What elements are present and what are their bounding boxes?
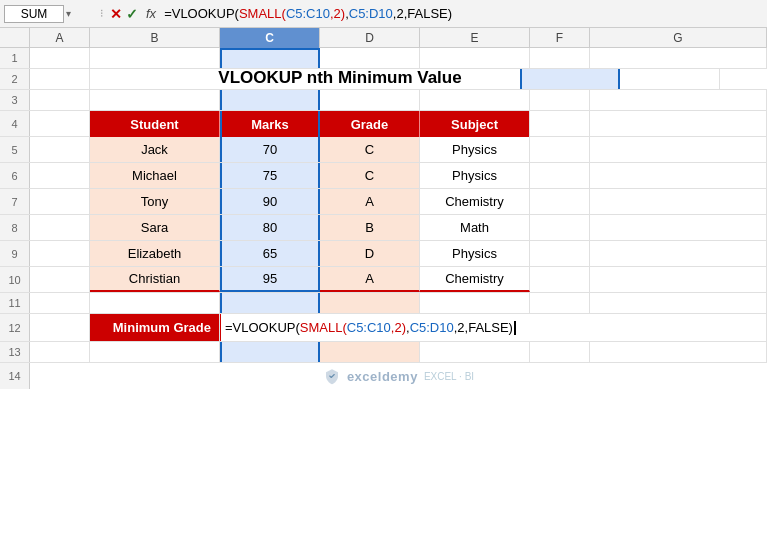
cell-d8[interactable]: B: [320, 215, 420, 240]
cell-f6[interactable]: [530, 163, 590, 188]
cell-g10[interactable]: [590, 267, 767, 292]
cell-b3[interactable]: [90, 90, 220, 110]
cell-d11[interactable]: [320, 293, 420, 313]
confirm-icon[interactable]: ✓: [126, 6, 138, 22]
formula-input[interactable]: =VLOOKUP(SMALL(C5:C10,2),C5:D10,2,FALSE): [164, 6, 763, 21]
name-box-value[interactable]: SUM: [4, 5, 64, 23]
row-num-10: 10: [0, 267, 30, 292]
cell-c10[interactable]: 95: [220, 267, 320, 292]
cell-e1[interactable]: [420, 48, 530, 68]
cell-b11[interactable]: [90, 293, 220, 313]
cell-c8[interactable]: 80: [220, 215, 320, 240]
cell-f3[interactable]: [530, 90, 590, 110]
cell-c6[interactable]: 75: [220, 163, 320, 188]
cell-f7[interactable]: [530, 189, 590, 214]
cell-c11[interactable]: [220, 293, 320, 313]
cell-f5[interactable]: [530, 137, 590, 162]
cell-e8[interactable]: Math: [420, 215, 530, 240]
cell-b5[interactable]: Jack: [90, 137, 220, 162]
cell-e2[interactable]: [720, 69, 767, 89]
cell-a9[interactable]: [30, 241, 90, 266]
cell-g5[interactable]: [590, 137, 767, 162]
cell-a3[interactable]: [30, 90, 90, 110]
cell-g8[interactable]: [590, 215, 767, 240]
cell-e11[interactable]: [420, 293, 530, 313]
cell-d13[interactable]: [320, 342, 420, 362]
fx-label: fx: [146, 6, 156, 21]
cell-g9[interactable]: [590, 241, 767, 266]
cell-b6[interactable]: Michael: [90, 163, 220, 188]
cell-c5[interactable]: 70: [220, 137, 320, 162]
cell-f13[interactable]: [530, 342, 590, 362]
cell-a4[interactable]: [30, 111, 90, 136]
cell-e10[interactable]: Chemistry: [420, 267, 530, 292]
cell-c12-formula[interactable]: =VLOOKUP(SMALL(C5:C10,2),C5:D10,2,FALSE): [220, 314, 570, 341]
cell-d2[interactable]: [620, 69, 720, 89]
cell-a8[interactable]: [30, 215, 90, 240]
cell-e3[interactable]: [420, 90, 530, 110]
cell-g11[interactable]: [590, 293, 767, 313]
cell-a12[interactable]: [30, 314, 90, 341]
cell-g3[interactable]: [590, 90, 767, 110]
cell-g7[interactable]: [590, 189, 767, 214]
cell-e6[interactable]: Physics: [420, 163, 530, 188]
cell-b8[interactable]: Sara: [90, 215, 220, 240]
formula-range2: C5:D10: [349, 6, 393, 21]
cell-d3[interactable]: [320, 90, 420, 110]
cell-g6[interactable]: [590, 163, 767, 188]
name-box-arrow[interactable]: ▾: [66, 8, 71, 19]
cell-g4[interactable]: [590, 111, 767, 136]
cell-b4-header: Student: [90, 111, 220, 137]
name-box[interactable]: SUM ▾: [4, 5, 94, 23]
cell-f8[interactable]: [530, 215, 590, 240]
cell-a11[interactable]: [30, 293, 90, 313]
cell-a10[interactable]: [30, 267, 90, 292]
cell-a13[interactable]: [30, 342, 90, 362]
cell-f10[interactable]: [530, 267, 590, 292]
cell-g13[interactable]: [590, 342, 767, 362]
column-headers: A B C D E F G: [0, 28, 767, 48]
cell-d7[interactable]: A: [320, 189, 420, 214]
cell-b10[interactable]: Christian: [90, 267, 220, 292]
col-header-c[interactable]: C: [220, 28, 320, 48]
cell-b1[interactable]: [90, 48, 220, 68]
cell-b9[interactable]: Elizabeth: [90, 241, 220, 266]
cell-f4[interactable]: [530, 111, 590, 136]
cell-c13[interactable]: [220, 342, 320, 362]
cell-d9[interactable]: D: [320, 241, 420, 266]
cell-c7[interactable]: 90: [220, 189, 320, 214]
cell-d10[interactable]: A: [320, 267, 420, 292]
cell-d5[interactable]: C: [320, 137, 420, 162]
cancel-icon[interactable]: ✕: [110, 6, 122, 22]
cell-e13[interactable]: [420, 342, 530, 362]
cell-e9[interactable]: Physics: [420, 241, 530, 266]
col-header-a[interactable]: A: [30, 28, 90, 48]
col-header-d[interactable]: D: [320, 28, 420, 48]
cell-e5[interactable]: Physics: [420, 137, 530, 162]
cell-c2[interactable]: [520, 69, 620, 89]
cell-b13[interactable]: [90, 342, 220, 362]
cell-d6[interactable]: C: [320, 163, 420, 188]
cell-b12-label: Minimum Grade: [90, 314, 220, 341]
cell-f1[interactable]: [530, 48, 590, 68]
col-header-f[interactable]: F: [530, 28, 590, 48]
col-header-e[interactable]: E: [420, 28, 530, 48]
cell-a5[interactable]: [30, 137, 90, 162]
cell-g1[interactable]: [590, 48, 767, 68]
cell-a1[interactable]: [30, 48, 90, 68]
cell-b7[interactable]: Tony: [90, 189, 220, 214]
cell-c9[interactable]: 65: [220, 241, 320, 266]
cell-c3[interactable]: [220, 90, 320, 110]
col-header-g[interactable]: G: [590, 28, 767, 48]
cell-a2[interactable]: [30, 69, 90, 89]
col-header-b[interactable]: B: [90, 28, 220, 48]
cell-a7[interactable]: [30, 189, 90, 214]
cell-f9[interactable]: [530, 241, 590, 266]
cell-c1[interactable]: [220, 48, 320, 68]
cell-a6[interactable]: [30, 163, 90, 188]
cell-e7[interactable]: Chemistry: [420, 189, 530, 214]
row-num-1: 1: [0, 48, 30, 68]
cell-d1[interactable]: [320, 48, 420, 68]
cell-g12[interactable]: [570, 314, 767, 341]
cell-f11[interactable]: [530, 293, 590, 313]
